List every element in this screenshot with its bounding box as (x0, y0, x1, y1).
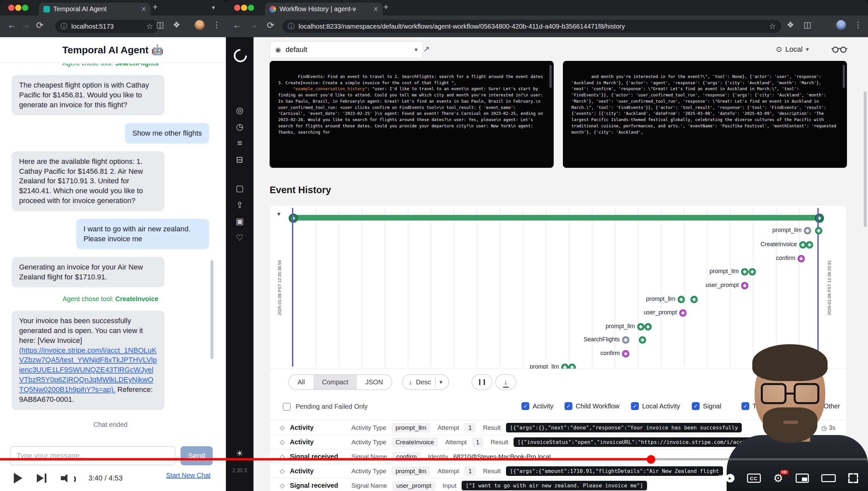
address-bar[interactable]: ⓘ localhost:5173 ☆ (55, 20, 158, 33)
menu-kebab-icon[interactable]: ⋮ (211, 20, 222, 30)
video-progress-bar[interactable] (0, 458, 868, 460)
timeline-event-marker[interactable] (690, 296, 698, 303)
minimize-window-button[interactable] (241, 5, 247, 11)
play-icon[interactable] (14, 473, 22, 484)
panel-scrollbar[interactable] (549, 65, 552, 88)
bookmark-star-icon[interactable]: ☆ (769, 22, 776, 31)
workflow-input-panel[interactable]: FindEvents: Find an event to travel to 2… (270, 61, 554, 168)
captions-icon[interactable]: CC (747, 473, 761, 483)
timeline-event-marker[interactable] (798, 255, 805, 262)
checkbox-checked[interactable]: ✓ (522, 402, 529, 410)
theme-toggle-icon[interactable]: ☀ (226, 449, 253, 459)
autoplay-toggle[interactable]: ▶ (717, 475, 735, 482)
event-type-filter[interactable]: ✓Child Workflow (564, 402, 619, 410)
settings-gear-icon[interactable]: ⚙HD (773, 472, 783, 484)
reload-icon[interactable]: ⟳ (265, 20, 277, 31)
browser-tab[interactable]: Workflow History | agent-wor × (265, 3, 383, 16)
start-new-chat-link[interactable]: Start New Chat (166, 471, 211, 479)
site-info-icon[interactable]: ⓘ (288, 22, 294, 31)
sort-order-button[interactable]: ↓ Desc ▾ (402, 374, 449, 390)
pause-autorefresh-button[interactable] (471, 374, 493, 390)
profile-avatar[interactable] (195, 20, 205, 30)
layers-icon[interactable]: ≡ (226, 138, 253, 148)
timeline-event-marker[interactable] (741, 268, 748, 276)
timeline-event-marker[interactable] (622, 336, 629, 344)
timeline-event-marker[interactable] (749, 268, 756, 276)
forward-icon[interactable]: → (248, 20, 259, 30)
timeline-event-marker[interactable] (622, 350, 629, 357)
event-type-filter[interactable]: ✓Local Activity (631, 402, 680, 410)
expand-row-icon[interactable]: ◇ (280, 482, 285, 489)
message-input[interactable] (10, 446, 175, 465)
expand-row-icon[interactable]: ◇ (280, 424, 285, 431)
new-tab-button[interactable]: + (150, 2, 161, 12)
back-icon[interactable]: ← (6, 20, 18, 30)
fullscreen-icon[interactable] (848, 473, 858, 483)
theater-mode-icon[interactable] (821, 474, 836, 482)
clock-icon[interactable]: ◷ (226, 122, 253, 132)
tab-json[interactable]: JSON (357, 375, 391, 389)
checkbox-checked[interactable]: ✓ (631, 402, 639, 410)
event-type-filter[interactable]: ✓Activity (522, 402, 553, 410)
temporal-logo-icon[interactable] (231, 47, 250, 65)
timeline-event-marker[interactable] (804, 227, 811, 234)
timeline-event-marker[interactable] (561, 364, 568, 369)
back-icon[interactable]: ← (231, 20, 243, 30)
zoom-window-button[interactable] (248, 5, 254, 11)
timeline-event-marker[interactable] (806, 241, 813, 249)
timeline-event-marker[interactable] (644, 323, 652, 330)
timeline-event-marker[interactable] (678, 296, 685, 303)
timeline-event-marker[interactable] (815, 227, 822, 234)
new-tab-button[interactable]: + (380, 2, 392, 12)
next-video-icon[interactable] (37, 473, 46, 483)
checkbox-checked[interactable]: ✓ (692, 402, 700, 410)
tab-all[interactable]: All (289, 375, 313, 389)
address-bar[interactable]: ⓘ localhost:8233/namespaces/default/work… (282, 20, 781, 33)
namespace-select[interactable]: ◉ default ▾ (270, 41, 423, 58)
tab-compact[interactable]: Compact (313, 375, 357, 389)
side-panel-icon[interactable]: ◫ (802, 20, 813, 30)
close-window-button[interactable] (8, 5, 14, 11)
site-info-icon[interactable]: ⓘ (61, 22, 67, 31)
close-window-button[interactable] (234, 5, 240, 11)
minimize-window-button[interactable] (15, 5, 21, 11)
data-encoder-glasses-icon[interactable] (832, 45, 847, 55)
pending-failed-checkbox[interactable] (283, 403, 291, 411)
timeline-event-marker[interactable] (637, 323, 644, 330)
heart-icon[interactable]: ♡ (226, 233, 253, 243)
browser-tab[interactable]: Temporal AI Agent × (39, 3, 151, 16)
compass-icon[interactable]: ◎ (226, 105, 253, 116)
profile-avatar[interactable] (836, 20, 846, 30)
forward-icon[interactable]: → (20, 20, 32, 30)
cluster-select[interactable]: ⊙ Local ▾ (776, 41, 809, 58)
timeline-event-marker[interactable] (679, 309, 686, 317)
progress-scrubber[interactable] (647, 455, 655, 464)
event-type-filter[interactable]: ✓Signal (692, 402, 721, 410)
extensions-icon[interactable]: ❖ (171, 20, 182, 30)
tab-search-icon[interactable]: ▾ (208, 4, 219, 11)
page-scrollbar[interactable] (864, 91, 867, 227)
volume-icon[interactable] (61, 473, 74, 483)
timeline-event-marker[interactable] (568, 364, 576, 369)
expand-row-icon[interactable]: ◇ (280, 467, 285, 475)
timeline-event-marker[interactable] (741, 282, 748, 289)
reload-icon[interactable]: ⟳ (34, 20, 46, 31)
panel-scrollbar[interactable] (843, 65, 845, 88)
cube-icon[interactable]: ▢ (226, 183, 253, 194)
timeline-event-marker[interactable] (799, 241, 807, 249)
zoom-window-button[interactable] (22, 5, 28, 11)
menu-kebab-icon[interactable]: ⋮ (852, 20, 864, 30)
open-namespace-icon[interactable]: ↗ (423, 45, 430, 54)
workflow-result-panel[interactable]: and month you're interested in for the e… (563, 61, 847, 168)
image-icon[interactable]: ▣ (226, 216, 253, 226)
tab-close-icon[interactable]: × (141, 5, 146, 13)
checkbox-checked[interactable]: ✓ (564, 402, 572, 410)
miniplayer-icon[interactable] (796, 473, 809, 483)
upload-icon[interactable]: ⇪ (226, 200, 253, 210)
timeline-event-marker[interactable] (639, 336, 646, 344)
archive-icon[interactable]: ⊟ (226, 155, 253, 165)
extensions-icon[interactable]: ❖ (785, 20, 796, 30)
send-button[interactable]: Send (181, 446, 213, 465)
chat-scrollbar[interactable] (210, 260, 213, 359)
bookmark-star-icon[interactable]: ☆ (146, 22, 153, 31)
